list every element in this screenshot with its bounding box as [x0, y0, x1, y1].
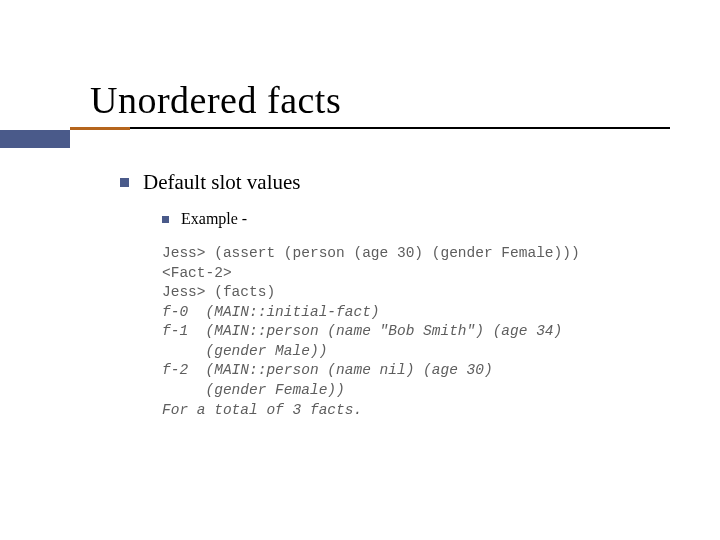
code-line: Jess> (assert (person (age 30) (gender F… [162, 244, 672, 264]
code-line: <Fact-2> [162, 264, 672, 284]
accent-bar [0, 130, 70, 148]
code-line: Jess> (facts) [162, 283, 672, 303]
code-line: For a total of 3 facts. [162, 401, 672, 421]
bullet-level2-text: Example - [181, 210, 247, 228]
code-line: f-0 (MAIN::initial-fact) [162, 303, 672, 323]
code-line: (gender Male)) [162, 342, 672, 362]
code-example: Jess> (assert (person (age 30) (gender F… [162, 244, 672, 420]
title-underline [130, 127, 670, 129]
square-bullet-icon [162, 216, 169, 223]
code-line: f-1 (MAIN::person (name "Bob Smith") (ag… [162, 322, 672, 342]
square-bullet-icon [120, 178, 129, 187]
code-line: f-2 (MAIN::person (name nil) (age 30) [162, 361, 672, 381]
bullet-level1: Default slot values [120, 170, 300, 195]
bullet-level1-text: Default slot values [143, 170, 300, 195]
slide-title: Unordered facts [90, 78, 341, 122]
title-underline-accent [70, 127, 130, 130]
code-line: (gender Female)) [162, 381, 672, 401]
bullet-level2: Example - [162, 210, 247, 228]
